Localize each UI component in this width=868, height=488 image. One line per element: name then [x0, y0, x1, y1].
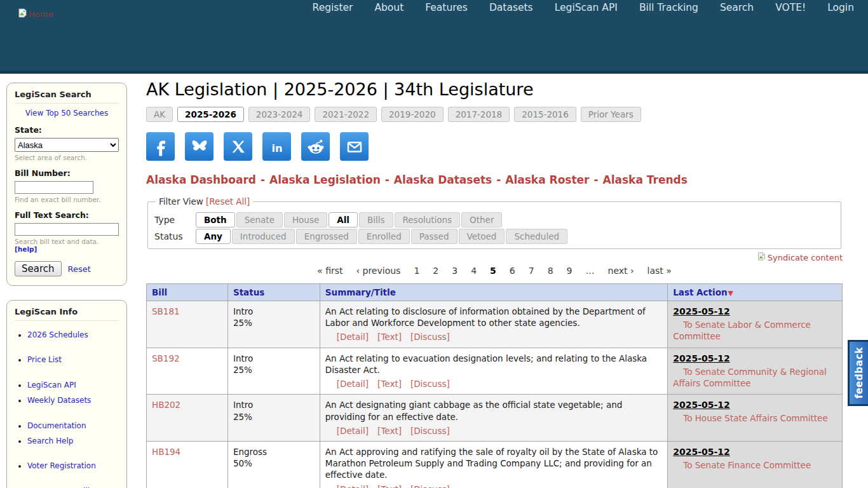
bill-link-hb194[interactable]: HB194: [152, 447, 180, 457]
session-tab-2023-2024[interactable]: 2023-2024: [248, 107, 311, 122]
nav-item-features[interactable]: Features: [425, 1, 468, 15]
column-header-summary[interactable]: Summary/Title: [320, 284, 667, 301]
session-tab-2017-2018[interactable]: 2017-2018: [448, 107, 510, 122]
nav-item-legiscan-api[interactable]: LegiScan API: [555, 1, 618, 15]
discuss-link[interactable]: [Discuss]: [410, 426, 450, 436]
nav-item-bill-tracking[interactable]: Bill Tracking: [639, 1, 698, 15]
text-link[interactable]: [Text]: [377, 379, 402, 389]
type-filter-senate[interactable]: Senate: [236, 212, 283, 227]
search-button[interactable]: Search: [15, 261, 62, 276]
status-filter-vetoed[interactable]: Vetoed: [459, 229, 505, 244]
pagination-previous[interactable]: ‹ previous: [356, 266, 400, 276]
info-link-weekly-datasets[interactable]: Weekly Datasets: [27, 396, 91, 405]
pagination-next[interactable]: next ›: [608, 266, 634, 276]
session-tab-2019-2020[interactable]: 2019-2020: [381, 107, 444, 122]
state-link-alaska-roster[interactable]: Alaska Roster: [505, 173, 589, 186]
session-tab-ak[interactable]: AK: [146, 107, 173, 122]
pagination-page-9[interactable]: 9: [567, 266, 573, 276]
status-filter-any[interactable]: Any: [196, 229, 231, 244]
facebook-share-button[interactable]: [146, 132, 175, 161]
nav-item-login[interactable]: Login: [827, 1, 854, 15]
type-filter-both[interactable]: Both: [196, 212, 235, 227]
type-filter-all[interactable]: All: [329, 212, 358, 227]
session-tab-2025-2026[interactable]: 2025-2026: [177, 107, 244, 122]
email-share-button[interactable]: [340, 132, 369, 161]
full-text-search-input[interactable]: [15, 223, 119, 236]
nav-item-register[interactable]: Register: [313, 1, 353, 15]
pagination-last[interactable]: last »: [648, 266, 672, 276]
pagination-page-1[interactable]: 1: [414, 266, 419, 276]
linkedin-share-button[interactable]: in: [262, 132, 291, 161]
last-action-column-link[interactable]: Last Action: [673, 287, 727, 297]
column-header-bill[interactable]: Bill: [147, 284, 228, 301]
nav-item-datasets[interactable]: Datasets: [489, 1, 533, 15]
status-column-link[interactable]: Status: [233, 287, 264, 297]
home-link[interactable]: Home: [18, 8, 53, 20]
bluesky-share-button[interactable]: [185, 132, 214, 161]
last-action-date-link[interactable]: 2025-05-12: [673, 447, 730, 457]
info-link-search-help[interactable]: Search Help: [27, 437, 73, 445]
info-link-documentation[interactable]: Documentation: [27, 421, 86, 430]
type-filter-resolutions[interactable]: Resolutions: [395, 212, 461, 227]
session-tab-2015-2016[interactable]: 2015-2016: [514, 107, 576, 122]
nav-item-about[interactable]: About: [374, 1, 403, 15]
detail-link[interactable]: [Detail]: [337, 484, 369, 488]
pagination-page-3[interactable]: 3: [452, 266, 458, 276]
detail-link[interactable]: [Detail]: [337, 426, 369, 436]
state-link-alaska-dashboard[interactable]: Alaska Dashboard: [146, 173, 256, 186]
status-filter-scheduled[interactable]: Scheduled: [506, 229, 567, 244]
syndicate-content-link[interactable]: Syndicate content: [146, 252, 843, 262]
column-header-status[interactable]: Status: [227, 284, 320, 301]
reddit-share-button[interactable]: [301, 132, 330, 161]
pagination-page-7[interactable]: 7: [529, 266, 534, 276]
pagination-page-2[interactable]: 2: [433, 266, 438, 276]
info-link-price-list[interactable]: Price List: [27, 355, 62, 364]
pagination-page-8[interactable]: 8: [548, 266, 553, 276]
help-link[interactable]: [help]: [15, 245, 37, 253]
feedback-tab[interactable]: feedback: [848, 340, 868, 406]
text-link[interactable]: [Text]: [377, 484, 402, 488]
x-share-button[interactable]: [224, 132, 252, 161]
text-link[interactable]: [Text]: [377, 332, 402, 342]
status-filter-passed[interactable]: Passed: [411, 229, 458, 244]
discuss-link[interactable]: [Discuss]: [410, 379, 450, 389]
last-action-date-link[interactable]: 2025-05-12: [673, 306, 730, 316]
text-link[interactable]: [Text]: [377, 426, 402, 436]
info-link-voter-registration[interactable]: Voter Registration: [27, 461, 96, 470]
type-filter-house[interactable]: House: [284, 212, 327, 227]
nav-item-vote[interactable]: VOTE!: [775, 1, 806, 15]
pagination-page-4[interactable]: 4: [471, 266, 477, 276]
session-tab-2021-2022[interactable]: 2021-2022: [315, 107, 377, 122]
reset-all-link[interactable]: [Reset All]: [206, 196, 250, 207]
bill-column-link[interactable]: Bill: [152, 287, 167, 297]
state-link-alaska-trends[interactable]: Alaska Trends: [603, 173, 688, 186]
reset-link[interactable]: Reset: [68, 264, 91, 274]
state-link-alaska-datasets[interactable]: Alaska Datasets: [394, 173, 492, 186]
bill-link-hb202[interactable]: HB202: [152, 400, 180, 410]
nav-item-search[interactable]: Search: [720, 1, 754, 15]
bill-number-input[interactable]: [15, 181, 93, 194]
summary-column-link[interactable]: Summary/Title: [325, 287, 396, 297]
detail-link[interactable]: [Detail]: [337, 379, 369, 389]
info-link-2026-schedules[interactable]: 2026 Schedules: [27, 330, 88, 339]
status-filter-engrossed[interactable]: Engrossed: [296, 229, 357, 244]
bill-link-sb181[interactable]: SB181: [152, 306, 180, 316]
session-tab-prior-years[interactable]: Prior Years: [581, 107, 641, 122]
state-select[interactable]: Alaska: [15, 138, 119, 152]
status-filter-introduced[interactable]: Introduced: [232, 229, 295, 244]
detail-link[interactable]: [Detail]: [337, 332, 369, 342]
type-filter-bills[interactable]: Bills: [359, 212, 393, 227]
info-link-legiscan-api[interactable]: LegiScan API: [27, 381, 76, 390]
last-action-date-link[interactable]: 2025-05-12: [673, 353, 730, 363]
view-top-50-searches-link[interactable]: View Top 50 Searches: [15, 109, 119, 118]
state-link-alaska-legislation[interactable]: Alaska Legislation: [269, 173, 381, 186]
discuss-link[interactable]: [Discuss]: [410, 484, 450, 488]
status-filter-enrolled[interactable]: Enrolled: [358, 229, 410, 244]
discuss-link[interactable]: [Discuss]: [410, 332, 450, 342]
last-action-date-link[interactable]: 2025-05-12: [673, 400, 730, 410]
pagination-page-6[interactable]: 6: [510, 266, 515, 276]
type-filter-other[interactable]: Other: [461, 212, 502, 227]
bill-link-sb192[interactable]: SB192: [152, 353, 180, 363]
pagination-first[interactable]: « first: [317, 266, 342, 276]
column-header-last-action[interactable]: Last Action▼: [668, 284, 843, 301]
